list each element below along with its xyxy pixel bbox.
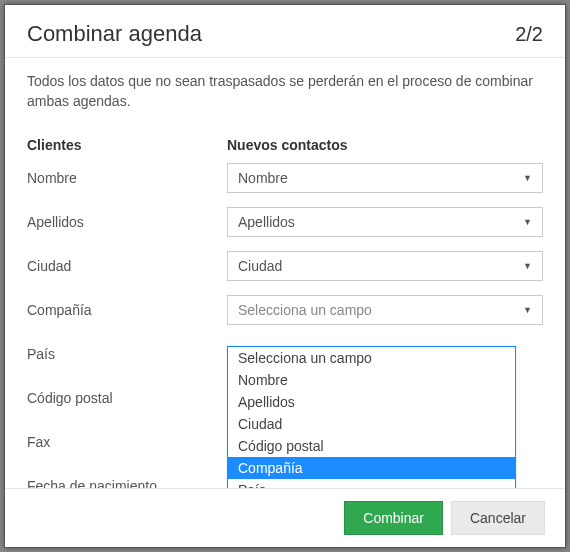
field-label: Nombre: [27, 170, 227, 186]
field-label: Código postal: [27, 390, 227, 406]
description-text: Todos los datos que no sean traspasados …: [27, 72, 543, 111]
field-label: Fax: [27, 434, 227, 450]
col-header-contacts: Nuevos contactos: [227, 137, 543, 153]
field-select-nombre[interactable]: Nombre ▼: [227, 163, 543, 193]
field-select-compania[interactable]: Selecciona un campo ▼: [227, 295, 543, 325]
field-label: Compañía: [27, 302, 227, 318]
chevron-down-icon: ▼: [523, 305, 532, 315]
field-row: Nombre Nombre ▼: [27, 163, 543, 193]
step-indicator: 2/2: [515, 23, 543, 46]
modal-header: Combinar agenda 2/2: [5, 5, 565, 58]
field-label: País: [27, 346, 227, 362]
cancel-button[interactable]: Cancelar: [451, 501, 545, 535]
dropdown-option[interactable]: Apellidos: [228, 391, 515, 413]
chevron-down-icon: ▼: [523, 261, 532, 271]
field-row: Apellidos Apellidos ▼: [27, 207, 543, 237]
dropdown-option[interactable]: Ciudad: [228, 413, 515, 435]
field-row: Compañía Selecciona un campo ▼: [27, 295, 543, 325]
dropdown-options-list[interactable]: Selecciona un campo Nombre Apellidos Ciu…: [227, 346, 516, 488]
field-label: Fecha de nacimiento: [27, 478, 227, 488]
merge-agenda-modal: Combinar agenda 2/2 Todos los datos que …: [4, 4, 566, 548]
modal-body[interactable]: Todos los datos que no sean traspasados …: [5, 58, 565, 488]
chevron-down-icon: ▼: [523, 217, 532, 227]
col-header-clients: Clientes: [27, 137, 227, 153]
combine-button[interactable]: Combinar: [344, 501, 443, 535]
field-label: Apellidos: [27, 214, 227, 230]
select-value: Ciudad: [238, 258, 282, 274]
dropdown-option[interactable]: Selecciona un campo: [228, 347, 515, 369]
field-select-ciudad[interactable]: Ciudad ▼: [227, 251, 543, 281]
field-select-apellidos[interactable]: Apellidos ▼: [227, 207, 543, 237]
modal-footer: Combinar Cancelar: [5, 488, 565, 547]
dropdown-option[interactable]: País: [228, 479, 515, 488]
select-value: Selecciona un campo: [238, 302, 372, 318]
field-row: Ciudad Ciudad ▼: [27, 251, 543, 281]
field-label: Ciudad: [27, 258, 227, 274]
select-value: Apellidos: [238, 214, 295, 230]
select-value: Nombre: [238, 170, 288, 186]
dropdown-option[interactable]: Nombre: [228, 369, 515, 391]
dropdown-option[interactable]: Código postal: [228, 435, 515, 457]
columns-header: Clientes Nuevos contactos: [27, 137, 543, 153]
chevron-down-icon: ▼: [523, 173, 532, 183]
modal-title: Combinar agenda: [27, 21, 202, 47]
dropdown-option-selected[interactable]: Compañía: [228, 457, 515, 479]
